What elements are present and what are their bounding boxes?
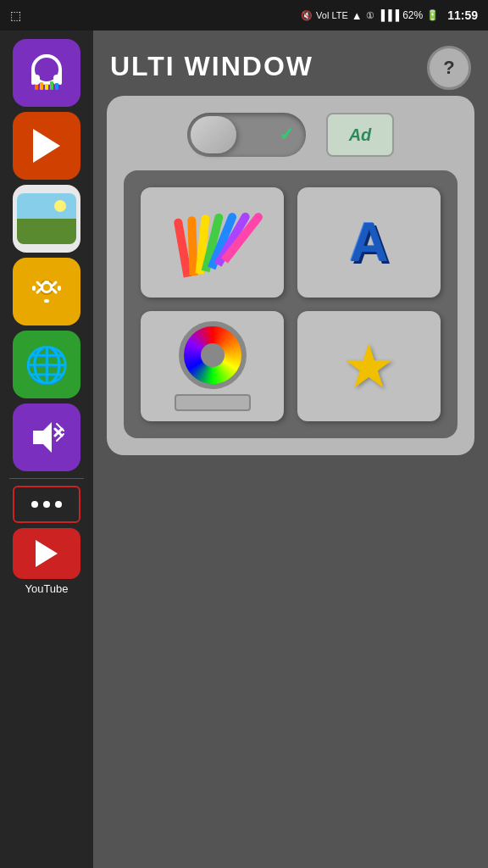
font-a-icon: A bbox=[349, 211, 388, 274]
star-icon: ★ bbox=[341, 336, 396, 397]
color-wheel-icon bbox=[179, 321, 247, 389]
ad-button[interactable]: Ad bbox=[326, 113, 394, 157]
toggle-check-icon: ✓ bbox=[279, 124, 294, 146]
svg-rect-8 bbox=[50, 81, 53, 90]
color-wheel-base bbox=[175, 394, 251, 411]
youtube-icon bbox=[13, 528, 80, 579]
svg-line-17 bbox=[53, 289, 56, 292]
sidebar-more-button[interactable] bbox=[13, 486, 80, 523]
battery-icon: 🔋 bbox=[426, 9, 439, 21]
main-area: 🌐 YouTube ULTI WINDOW ? bbox=[0, 31, 488, 868]
video-play-icon bbox=[33, 129, 60, 163]
grid-item-color-swatches[interactable] bbox=[141, 187, 284, 298]
svg-rect-9 bbox=[55, 83, 58, 90]
grid-item-font-a[interactable]: A bbox=[297, 187, 441, 298]
dot-3 bbox=[55, 501, 62, 508]
apps-grid-area: A ★ bbox=[124, 170, 458, 438]
sidebar: 🌐 YouTube bbox=[0, 31, 93, 868]
help-button[interactable]: ? bbox=[427, 46, 471, 90]
svg-point-11 bbox=[43, 284, 50, 291]
svg-rect-14 bbox=[32, 286, 36, 291]
svg-rect-7 bbox=[45, 84, 48, 90]
sidebar-item-gallery[interactable] bbox=[13, 185, 80, 253]
dot-1 bbox=[31, 501, 38, 508]
multi-window-area: ULTI WINDOW ? ✓ Ad bbox=[93, 31, 488, 868]
status-left: ⬚ bbox=[10, 8, 21, 22]
toggle-knob bbox=[191, 116, 236, 153]
svg-line-16 bbox=[37, 282, 41, 286]
svg-marker-20 bbox=[33, 422, 52, 453]
globe-icon: 🌐 bbox=[25, 344, 69, 386]
status-icons: 🔇 Vol LTE ▲ ① ▐▐▐ 62% 🔋 11:59 bbox=[301, 8, 478, 22]
svg-rect-13 bbox=[44, 299, 49, 303]
color-wheel-container bbox=[175, 321, 251, 411]
gallery-icon bbox=[17, 193, 76, 244]
toggle-switch[interactable]: ✓ bbox=[187, 113, 306, 157]
toggle-row: ✓ Ad bbox=[124, 113, 458, 157]
grid-item-star[interactable]: ★ bbox=[297, 311, 441, 421]
volume-icon bbox=[25, 415, 69, 459]
sidebar-item-volume[interactable] bbox=[13, 403, 80, 471]
sidebar-item-browser[interactable]: 🌐 bbox=[13, 331, 80, 398]
status-bar: ⬚ 🔇 Vol LTE ▲ ① ▐▐▐ 62% 🔋 11:59 bbox=[0, 0, 488, 31]
sidebar-item-youtube[interactable]: YouTube bbox=[13, 528, 80, 595]
headphones-icon bbox=[25, 51, 69, 95]
svg-line-18 bbox=[37, 289, 41, 292]
battery-text: 62% bbox=[402, 9, 423, 21]
svg-rect-3 bbox=[31, 68, 35, 85]
sun-icon bbox=[54, 200, 66, 212]
mute-icon: 🔇 bbox=[301, 10, 313, 21]
sidebar-item-music[interactable] bbox=[13, 39, 80, 107]
sim-icon: ① bbox=[366, 10, 374, 21]
svg-rect-4 bbox=[58, 68, 62, 85]
sidebar-item-tools[interactable] bbox=[13, 258, 80, 326]
dot-2 bbox=[43, 501, 50, 508]
signal-bars: ▐▐▐ bbox=[378, 9, 400, 21]
youtube-label: YouTube bbox=[25, 582, 68, 595]
time: 11:59 bbox=[447, 8, 478, 22]
wifi-icon: ▲ bbox=[352, 9, 363, 22]
screenshot-icon: ⬚ bbox=[10, 8, 21, 22]
panel-card: ✓ Ad bbox=[107, 96, 474, 455]
svg-rect-15 bbox=[58, 286, 61, 291]
signal-text: Vol LTE bbox=[316, 10, 348, 20]
tools-icon bbox=[25, 270, 68, 313]
sidebar-item-video[interactable] bbox=[13, 112, 80, 180]
apps-grid: A ★ bbox=[141, 187, 441, 421]
color-swatches-icon bbox=[173, 207, 252, 277]
sidebar-divider bbox=[9, 478, 84, 479]
svg-line-19 bbox=[53, 282, 56, 286]
grid-item-color-wheel[interactable] bbox=[141, 311, 284, 421]
svg-rect-6 bbox=[40, 82, 43, 90]
svg-rect-12 bbox=[44, 281, 49, 284]
svg-rect-5 bbox=[35, 85, 38, 90]
youtube-play-icon bbox=[36, 540, 58, 567]
